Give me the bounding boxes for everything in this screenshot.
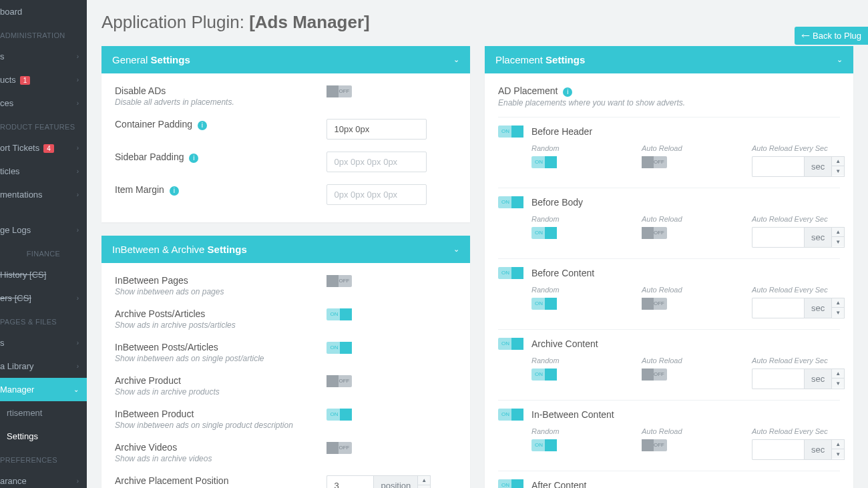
field-hint: Show ads in archive videos <box>115 454 327 463</box>
spin-up[interactable]: ▲ <box>832 298 844 308</box>
spin-up[interactable]: ▲ <box>832 369 844 379</box>
chevron-down-icon: ⌄ <box>73 386 79 393</box>
general-settings-panel: General Settings ⌄ Disable ADsDisable al… <box>101 46 470 222</box>
toggle[interactable]: OFF <box>327 442 352 454</box>
sidebar-item-ads-manager[interactable]: Manager⌄ <box>0 378 87 401</box>
autoreload-toggle[interactable]: OFF <box>642 227 667 239</box>
placement-toggle[interactable]: ON <box>498 267 523 279</box>
info-icon[interactable]: i <box>563 87 572 97</box>
sec-input[interactable] <box>752 298 804 318</box>
sec-input[interactable] <box>752 156 804 177</box>
sidebar-item[interactable]: a Library› <box>0 354 87 378</box>
field-label: InBetween Product <box>115 409 327 419</box>
info-icon[interactable]: i <box>170 186 179 196</box>
item-margin-input[interactable] <box>327 184 427 205</box>
toggle[interactable]: ON <box>327 409 352 421</box>
chevron-right-icon: › <box>77 99 79 107</box>
panel-header: General Settings ⌄ <box>101 46 470 73</box>
field-label: Archive Posts/Articles <box>115 308 327 319</box>
placement-toggle[interactable]: ON <box>498 126 523 138</box>
spin-down[interactable]: ▼ <box>418 485 430 488</box>
toggle[interactable]: OFF <box>327 275 352 287</box>
spin-up[interactable]: ▲ <box>832 228 844 237</box>
sidebar-item[interactable]: ucts1› <box>0 68 87 91</box>
spin-up[interactable]: ▲ <box>832 157 844 166</box>
random-toggle[interactable]: ON <box>531 156 557 168</box>
field-hint: Disable all adverts in placements. <box>115 97 327 107</box>
sidebar-item[interactable]: History [CS] <box>0 263 87 286</box>
toggle[interactable]: ON <box>327 342 352 354</box>
autoreload-toggle[interactable]: OFF <box>642 369 667 381</box>
sidebar-item[interactable]: s› <box>0 45 87 68</box>
panel-header: InBetween & Archive Settings ⌄ <box>101 236 470 263</box>
autoreload-toggle[interactable]: OFF <box>642 298 667 310</box>
field-label: Item Margin i <box>115 184 327 196</box>
random-toggle[interactable]: ON <box>531 369 557 381</box>
sidebar-heading: RODUCT FEATURES <box>0 115 87 136</box>
placement-toggle[interactable]: ON <box>498 479 523 488</box>
opt-label: Auto Reload Every Sec <box>752 356 845 364</box>
sidebar-item[interactable]: ge Logs› <box>0 218 87 242</box>
spin-up[interactable]: ▲ <box>832 440 844 449</box>
info-icon[interactable]: i <box>198 121 207 130</box>
opt-label: Auto Reload <box>642 286 752 294</box>
spin-down[interactable]: ▼ <box>832 237 844 246</box>
placement-title: Before Body <box>531 197 583 208</box>
placement-toggle[interactable]: ON <box>498 409 523 421</box>
spin-down[interactable]: ▼ <box>832 379 844 388</box>
autoreload-toggle[interactable]: OFF <box>642 156 667 168</box>
chevron-right-icon: › <box>77 144 79 152</box>
spin-down[interactable]: ▼ <box>832 449 844 459</box>
field-hint: Enable placements where you want to show… <box>498 98 840 107</box>
spin-down[interactable]: ▼ <box>832 308 844 317</box>
spin-down[interactable]: ▼ <box>832 166 844 176</box>
back-to-plugins-button[interactable]: 🡐Back to Plug <box>795 27 868 45</box>
opt-label: Auto Reload <box>642 144 752 152</box>
placement-toggle[interactable]: ON <box>498 196 523 208</box>
sidebar-item[interactable]: ers [CS]› <box>0 286 87 310</box>
random-toggle[interactable]: ON <box>531 298 557 310</box>
chevron-right-icon: › <box>77 53 79 60</box>
sidebar-item[interactable]: s› <box>0 331 87 354</box>
container-padding-input[interactable] <box>327 119 427 140</box>
inbetween-settings-panel: InBetween & Archive Settings ⌄ InBetween… <box>101 236 470 488</box>
sidebar-subitem[interactable]: rtisement <box>0 401 87 425</box>
collapse-icon[interactable]: ⌄ <box>837 55 843 64</box>
placement-title: In-Between Content <box>531 409 614 420</box>
sidebar-heading: FINANCE <box>0 242 87 263</box>
toggle[interactable]: ON <box>327 308 352 320</box>
panel-header: Placement Settings ⌄ <box>485 46 853 73</box>
field-label: Archive Placement Position <box>115 475 327 486</box>
collapse-icon[interactable]: ⌄ <box>453 245 459 254</box>
collapse-icon[interactable]: ⌄ <box>453 55 459 64</box>
disable-ads-toggle[interactable]: OFF <box>327 85 352 97</box>
position-input[interactable] <box>327 475 373 488</box>
toggle[interactable]: OFF <box>327 375 352 387</box>
field-label: Archive Videos <box>115 442 327 453</box>
sidebar-padding-input[interactable] <box>327 152 427 172</box>
random-toggle[interactable]: ON <box>531 227 557 239</box>
field-hint: Show ads in archive posts/articles <box>115 320 327 330</box>
random-toggle[interactable]: ON <box>531 439 557 451</box>
field-label: Disable ADs <box>115 85 327 96</box>
placement-toggle[interactable]: ON <box>498 338 523 350</box>
sidebar-item[interactable]: ces› <box>0 91 87 115</box>
sec-input[interactable] <box>752 439 804 460</box>
sidebar-item[interactable]: mentations› <box>0 183 87 206</box>
sidebar-item[interactable]: arance› <box>0 469 87 488</box>
chevron-right-icon: › <box>77 168 79 175</box>
opt-label: Random <box>531 215 642 223</box>
opt-label: Auto Reload Every Sec <box>752 427 845 435</box>
unit-label: sec <box>804 369 831 389</box>
sidebar-item[interactable]: ticles› <box>0 160 87 183</box>
placement-settings-panel: Placement Settings ⌄ AD Placement i Enab… <box>485 46 853 488</box>
autoreload-toggle[interactable]: OFF <box>642 439 667 451</box>
info-icon[interactable]: i <box>189 154 198 163</box>
sec-input[interactable] <box>752 369 804 389</box>
spin-up[interactable]: ▲ <box>418 476 430 485</box>
sidebar-heading: PAGES & FILES <box>0 310 87 331</box>
sidebar-item[interactable]: ort Tickets4› <box>0 136 87 160</box>
sec-input[interactable] <box>752 227 804 248</box>
sidebar-item[interactable]: board <box>0 0 87 23</box>
sidebar-subitem-settings[interactable]: Settings <box>0 425 87 448</box>
